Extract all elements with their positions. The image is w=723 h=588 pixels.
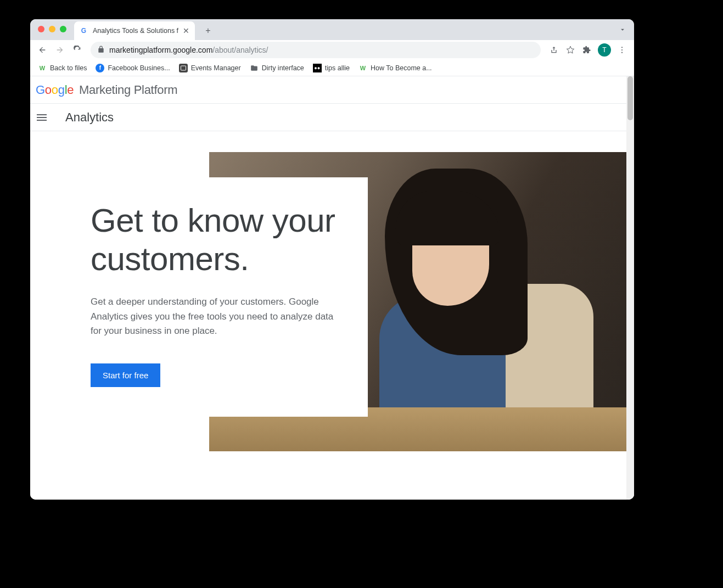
close-tab-button[interactable]: ✕ [183,26,189,35]
bookmarks-bar: WBack to filesfFacebook Busines...Events… [30,60,634,76]
tab-favicon-icon: G [80,26,88,35]
url-path: /about/analytics/ [212,46,268,54]
tab-title: Analytics Tools & Solutions for [93,27,178,35]
bookmark-star-button[interactable] [563,42,578,58]
window-controls [38,26,66,32]
start-for-free-button[interactable]: Start for free [91,363,160,387]
analytics-nav-bar: Analytics [30,104,634,131]
chrome-menu-button[interactable] [614,42,630,58]
google-logo[interactable]: Google Marketing Platform [36,83,177,97]
bookmark-item-4[interactable]: ●●tips allie [310,61,353,75]
toolbar-right: T [546,42,630,58]
bookmark-item-5[interactable]: WHow To Become a... [355,61,435,75]
hamburger-menu-button[interactable] [37,113,47,122]
tab-strip: G Analytics Tools & Solutions for ✕ + [30,19,634,40]
svg-point-2 [621,47,623,48]
gmp-header: Google Marketing Platform [30,76,634,104]
hero-subhead: Get a deeper understanding of your custo… [91,295,346,338]
bookmark-item-3[interactable]: Dirty interface [246,61,307,75]
browser-toolbar: marketingplatform.google.com/about/analy… [30,40,634,60]
extensions-button[interactable] [579,42,595,58]
page-content: Google Marketing Platform Analytics [30,76,634,500]
svg-rect-5 [181,66,186,70]
bookmark-label: Dirty interface [262,64,304,72]
forward-button[interactable] [52,42,68,58]
bookmark-item-2[interactable]: Events Manager [176,61,244,75]
svg-text:G: G [81,27,86,35]
svg-point-3 [621,49,623,51]
browser-tab[interactable]: G Analytics Tools & Solutions for ✕ [74,21,195,40]
bookmark-item-0[interactable]: WBack to files [35,61,90,75]
address-bar[interactable]: marketingplatform.google.com/about/analy… [91,42,541,58]
svg-point-4 [621,52,623,53]
reload-button[interactable] [70,42,85,58]
section-title: Analytics [65,110,114,125]
gmp-brand-suffix: Marketing Platform [79,83,177,97]
hero-text-card: Get to know your customers. Get a deeper… [91,177,368,417]
minimize-window-button[interactable] [49,26,55,32]
lock-icon [97,46,105,55]
bookmark-label: Events Manager [191,64,241,72]
bookmark-label: How To Become a... [371,64,432,72]
close-window-button[interactable] [38,26,44,32]
back-button[interactable] [35,42,50,58]
scrollbar-thumb[interactable] [627,76,633,120]
profile-avatar[interactable]: T [598,43,611,57]
tabs-dropdown-button[interactable] [614,24,631,37]
hero-headline: Get to know your customers. [91,201,368,278]
hero-section: Get to know your customers. Get a deeper… [30,131,634,394]
share-button[interactable] [546,42,562,58]
maximize-window-button[interactable] [60,26,66,32]
bookmark-label: Facebook Busines... [108,64,170,72]
browser-window: G Analytics Tools & Solutions for ✕ + ma… [30,19,634,500]
avatar-initial: T [602,46,606,54]
new-tab-button[interactable]: + [200,23,216,38]
url-host: marketingplatform.google.com [109,46,212,54]
bookmark-label: Back to files [50,64,87,72]
bookmark-label: tips allie [325,64,350,72]
bookmark-item-1[interactable]: fFacebook Busines... [92,61,173,75]
url-text: marketingplatform.google.com/about/analy… [109,46,268,54]
